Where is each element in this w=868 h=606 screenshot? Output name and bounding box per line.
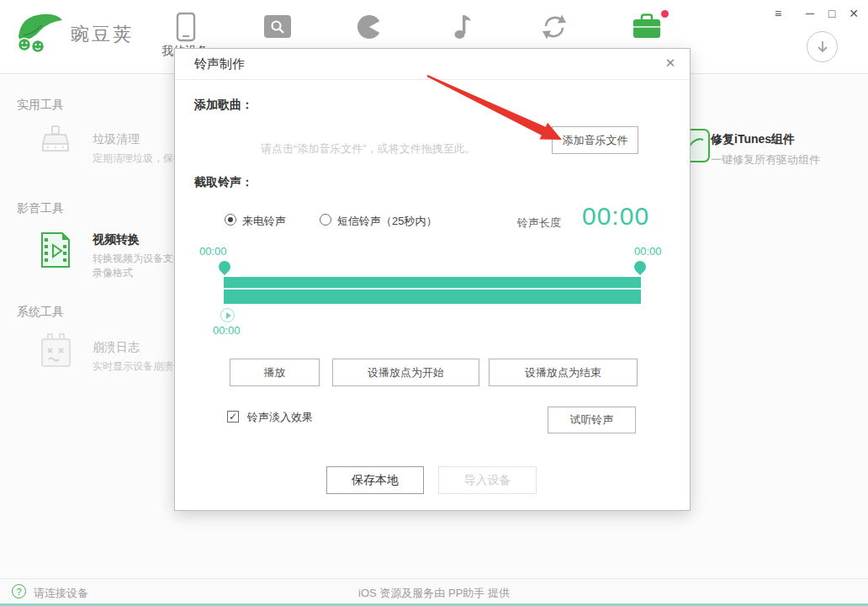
search-icon[interactable] (264, 15, 291, 38)
minimize-button[interactable]: ─ (800, 4, 820, 23)
provider-text: iOS 资源及服务由 PP助手 提供 (0, 586, 868, 601)
toolbox-icon[interactable] (632, 13, 662, 40)
sms-ringtone-label[interactable]: 短信铃声（25秒内） (337, 214, 437, 229)
drop-hint-text: 请点击“添加音乐文件”，或将文件拖拽至此。 (261, 141, 476, 157)
sync-icon[interactable] (540, 13, 569, 41)
import-device-button[interactable]: 导入设备 (438, 466, 537, 494)
ringtone-maker-dialog: 铃声制作 ✕ 添加歌曲： 请点击“添加音乐文件”，或将文件拖拽至此。 添加音乐文… (174, 48, 691, 511)
timeline-start-handle[interactable] (216, 258, 233, 275)
item-title-video-convert[interactable]: 视频转换 (93, 232, 140, 247)
preview-ringtone-button[interactable]: 试听铃声 (548, 407, 636, 433)
status-bar: ? 请连接设备 iOS 资源及服务由 PP助手 提供 (0, 578, 868, 603)
app-window: 豌豆荚 我的设备 (0, 0, 868, 606)
timeline-end-time: 00:00 (634, 245, 662, 258)
close-window-button[interactable]: ✕ (844, 4, 864, 23)
ringtone-length-label: 铃声长度 (517, 215, 561, 231)
dialog-title: 铃声制作 (194, 56, 245, 72)
set-start-button[interactable]: 设播放点为开始 (332, 359, 479, 386)
fade-in-label[interactable]: 铃声淡入效果 (247, 410, 313, 425)
timeline-end-handle[interactable] (632, 258, 648, 275)
call-ringtone-radio[interactable] (225, 214, 236, 226)
games-pacman-icon[interactable] (357, 13, 384, 40)
item-title-crash-log[interactable]: 崩溃日志 (93, 340, 140, 355)
device-phone-icon[interactable] (175, 12, 197, 42)
play-button[interactable]: 播放 (230, 359, 320, 386)
add-song-label: 添加歌曲： (194, 98, 253, 113)
timeline-track[interactable] (224, 277, 641, 304)
download-manager-icon[interactable] (807, 31, 838, 62)
ringtone-length-value: 00:00 (582, 202, 649, 231)
timeline-start-time: 00:00 (199, 245, 227, 258)
dialog-titlebar: 铃声制作 ✕ (175, 49, 690, 80)
set-end-button[interactable]: 设播放点为结束 (489, 359, 638, 386)
item-title-junk-clean[interactable]: 垃圾清理 (93, 132, 140, 147)
fade-in-checkbox[interactable] (227, 411, 239, 423)
section-title-utility: 实用工具 (17, 98, 64, 113)
dialog-close-icon[interactable]: ✕ (662, 56, 679, 71)
notification-badge (661, 10, 669, 18)
wandoujia-logo-icon (13, 10, 67, 56)
section-title-system: 系统工具 (17, 305, 64, 320)
item-subtitle-crash-log: 实时显示设备崩溃信 (93, 359, 183, 374)
sms-ringtone-radio[interactable] (320, 214, 331, 226)
maximize-button[interactable]: □ (822, 4, 842, 23)
item-subtitle-junk-clean: 定期清理垃圾，保持 (93, 152, 183, 166)
logo-text: 豌豆荚 (71, 22, 134, 47)
add-music-file-button[interactable]: 添加音乐文件 (552, 126, 638, 154)
item-subtitle-video-convert-line2: 录像格式 (93, 266, 133, 280)
clip-ringtone-label: 截取铃声： (194, 175, 253, 190)
menu-icon[interactable]: ≡ (768, 4, 788, 23)
music-note-icon[interactable] (451, 13, 473, 41)
call-ringtone-label[interactable]: 来电铃声 (242, 214, 286, 229)
item-title-repair-itunes[interactable]: 修复iTunes组件 (711, 132, 795, 147)
section-title-media: 影音工具 (17, 201, 64, 216)
item-subtitle-repair-itunes: 一键修复所有驱动组件 (711, 152, 820, 167)
playhead-time: 00:00 (213, 324, 241, 337)
item-subtitle-video-convert-line1: 转换视频为设备支持 (93, 252, 183, 266)
playhead-icon[interactable] (220, 308, 235, 322)
save-local-button[interactable]: 保存本地 (326, 466, 424, 494)
